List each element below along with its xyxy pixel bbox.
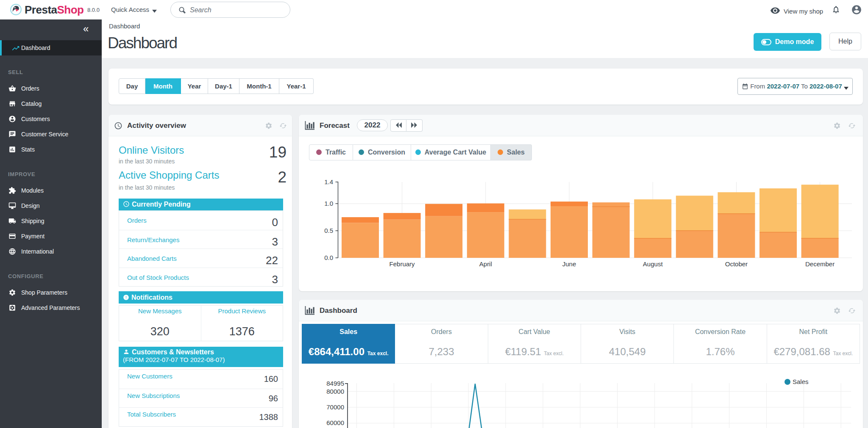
- svg-text:1.4: 1.4: [324, 178, 333, 185]
- svg-text:60000: 60000: [326, 419, 344, 426]
- svg-text:0.0: 0.0: [324, 254, 333, 261]
- svg-text:0.5: 0.5: [324, 227, 333, 234]
- svg-text:December: December: [805, 260, 835, 268]
- svg-text:February: February: [389, 260, 415, 268]
- svg-text:1.0: 1.0: [324, 200, 333, 207]
- svg-text:84995: 84995: [326, 380, 344, 387]
- svg-text:70000: 70000: [326, 403, 344, 411]
- svg-text:August: August: [643, 260, 663, 268]
- svg-text:80000: 80000: [326, 388, 344, 395]
- svg-text:October: October: [725, 260, 748, 268]
- svg-text:June: June: [562, 260, 576, 268]
- svg-text:April: April: [479, 260, 492, 268]
